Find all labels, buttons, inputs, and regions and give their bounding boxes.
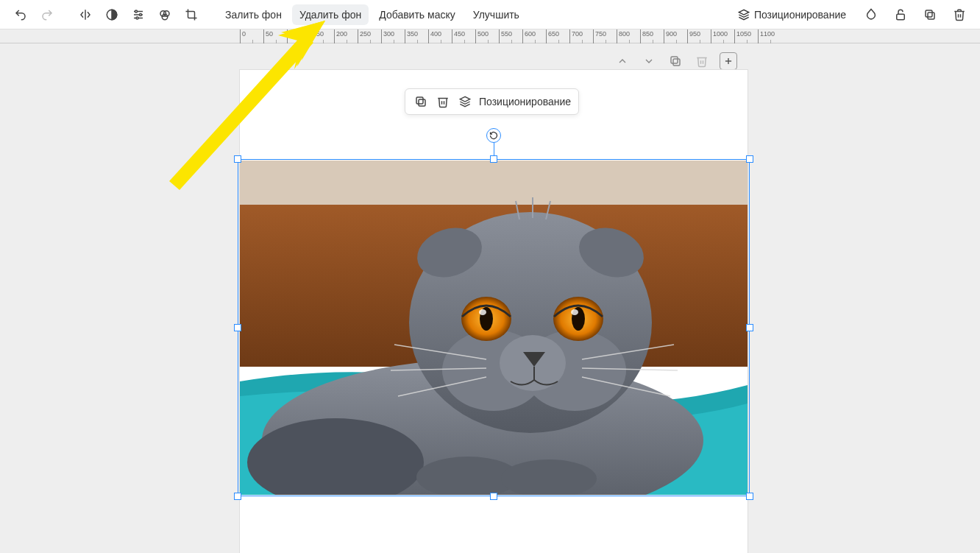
context-duplicate-button[interactable] bbox=[413, 94, 429, 110]
adjust-sliders-button[interactable] bbox=[127, 3, 150, 27]
ruler-tick: 1000 bbox=[711, 29, 734, 43]
ruler-tick: 600 bbox=[522, 29, 546, 43]
svg-point-9 bbox=[162, 14, 168, 20]
svg-rect-12 bbox=[928, 13, 934, 19]
selection-border bbox=[238, 159, 750, 496]
ruler-tick: 850 bbox=[640, 29, 664, 43]
layers-icon bbox=[738, 9, 750, 21]
color-filter-button[interactable] bbox=[153, 3, 177, 27]
layer-up-button[interactable] bbox=[614, 52, 631, 70]
copy-layer-button[interactable] bbox=[667, 52, 684, 70]
context-delete-button[interactable] bbox=[435, 94, 451, 110]
positioning-button[interactable]: Позиционирование bbox=[731, 4, 853, 25]
ruler-tick: 950 bbox=[687, 29, 711, 43]
svg-rect-47 bbox=[419, 99, 425, 106]
ruler-tick: 1100 bbox=[758, 29, 781, 43]
resize-handle-top-left[interactable] bbox=[234, 155, 241, 163]
ruler-tick: 350 bbox=[405, 29, 428, 43]
ruler-tick: 500 bbox=[475, 29, 499, 43]
rotation-handle[interactable] bbox=[486, 128, 501, 143]
canvas-area: Позиционирование bbox=[0, 43, 980, 553]
duplicate-button[interactable] bbox=[918, 3, 942, 27]
ruler-tick: 250 bbox=[358, 29, 381, 43]
ruler-tick: 0 bbox=[240, 29, 263, 43]
redo-button[interactable] bbox=[35, 3, 59, 27]
ruler-tick: 300 bbox=[381, 29, 405, 43]
ruler-tick: 1050 bbox=[734, 29, 758, 43]
toolbar-right-group: Позиционирование bbox=[731, 3, 971, 27]
add-mask-button[interactable]: Добавить маску bbox=[372, 4, 462, 25]
ruler-tick: 550 bbox=[499, 29, 522, 43]
ruler-tick: 150 bbox=[310, 29, 334, 43]
resize-handle-bottom[interactable] bbox=[490, 493, 497, 500]
exposure-button[interactable] bbox=[100, 3, 124, 27]
resize-handle-left[interactable] bbox=[234, 324, 241, 331]
resize-handle-top-right[interactable] bbox=[746, 155, 753, 163]
layers-icon bbox=[457, 94, 473, 110]
ruler-tick: 50 bbox=[263, 29, 287, 43]
add-layer-button[interactable] bbox=[720, 52, 737, 70]
svg-rect-48 bbox=[416, 97, 423, 104]
ruler-tick: 450 bbox=[452, 29, 475, 43]
enhance-button[interactable]: Улучшить bbox=[466, 4, 527, 25]
ruler-tick: 200 bbox=[334, 29, 358, 43]
crop-button[interactable] bbox=[180, 3, 203, 27]
svg-marker-49 bbox=[460, 96, 469, 102]
ruler-tick: 900 bbox=[664, 29, 687, 43]
resize-handle-bottom-right[interactable] bbox=[746, 493, 753, 500]
ruler-tick: 650 bbox=[546, 29, 569, 43]
svg-rect-11 bbox=[897, 14, 905, 20]
image-selection[interactable] bbox=[238, 159, 750, 496]
remove-background-button[interactable]: Удалить фон bbox=[292, 4, 369, 25]
context-positioning-label[interactable]: Позиционирование bbox=[479, 96, 571, 108]
opacity-button[interactable] bbox=[859, 3, 883, 27]
svg-rect-13 bbox=[926, 10, 932, 17]
svg-rect-15 bbox=[671, 57, 678, 63]
toolbar-left-group: Залить фон Удалить фон Добавить маску Ул… bbox=[9, 3, 527, 27]
delete-layer-button[interactable] bbox=[693, 52, 711, 70]
svg-point-6 bbox=[136, 17, 138, 19]
svg-rect-14 bbox=[673, 59, 680, 66]
main-toolbar: Залить фон Удалить фон Добавить маску Ул… bbox=[0, 0, 980, 29]
undo-button[interactable] bbox=[9, 3, 32, 27]
delete-button[interactable] bbox=[948, 3, 971, 27]
resize-handle-right[interactable] bbox=[746, 324, 753, 331]
flip-button[interactable] bbox=[74, 3, 97, 27]
layer-down-button[interactable] bbox=[640, 52, 658, 70]
ruler-tick: 750 bbox=[593, 29, 617, 43]
ruler-tick: 700 bbox=[569, 29, 593, 43]
svg-marker-10 bbox=[739, 10, 748, 15]
context-toolbar: Позиционирование bbox=[405, 88, 579, 115]
svg-point-4 bbox=[135, 10, 138, 13]
layer-controls bbox=[614, 52, 737, 70]
lock-button[interactable] bbox=[889, 3, 912, 27]
ruler-tick: 100 bbox=[287, 29, 310, 43]
svg-point-5 bbox=[140, 13, 142, 15]
resize-handle-top[interactable] bbox=[490, 155, 497, 163]
positioning-label: Позиционирование bbox=[754, 9, 846, 21]
resize-handle-bottom-left[interactable] bbox=[234, 493, 241, 500]
ruler-tick: 800 bbox=[617, 29, 640, 43]
fill-background-button[interactable]: Залить фон bbox=[218, 4, 289, 25]
horizontal-ruler: 0501001502002503003504004505005506006507… bbox=[0, 29, 980, 43]
ruler-tick: 400 bbox=[428, 29, 452, 43]
